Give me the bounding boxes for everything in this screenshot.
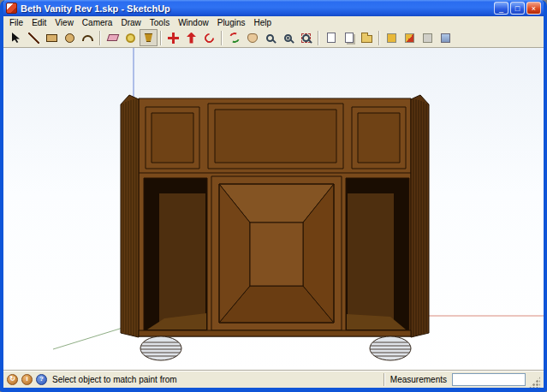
move-icon xyxy=(168,33,179,44)
maximize-button[interactable]: □ xyxy=(510,2,525,15)
toolbar xyxy=(3,28,544,48)
status-icon-1[interactable]: ↻ xyxy=(7,374,18,385)
zoom-tool[interactable] xyxy=(261,29,279,46)
window-controls: _ □ × xyxy=(494,2,541,15)
menu-view[interactable]: View xyxy=(51,17,78,28)
plugin-button-4[interactable] xyxy=(437,29,455,46)
left-opening[interactable] xyxy=(144,178,207,330)
plugin-button-2[interactable] xyxy=(401,29,419,46)
zoom-extents-tool[interactable] xyxy=(297,29,315,46)
toolbar-separator xyxy=(99,31,101,45)
paint-bucket-tool[interactable] xyxy=(140,29,158,46)
measurements-label: Measurements xyxy=(389,375,449,384)
left-foot[interactable] xyxy=(139,336,183,360)
rectangle-tool[interactable] xyxy=(43,29,61,46)
pan-icon xyxy=(247,33,258,43)
select-tool[interactable] xyxy=(7,29,25,46)
circle-tool[interactable] xyxy=(61,29,79,46)
push-pull-icon xyxy=(187,33,196,44)
push-pull-tool[interactable] xyxy=(182,29,200,46)
eraser-icon xyxy=(106,34,119,41)
right-opening[interactable] xyxy=(346,178,409,330)
line-icon xyxy=(28,33,39,44)
close-button[interactable]: × xyxy=(526,2,541,15)
move-tool[interactable] xyxy=(164,29,182,46)
center-door-panel[interactable] xyxy=(211,176,342,330)
rectangle-icon xyxy=(46,34,57,42)
plugin-button-4-icon xyxy=(441,33,450,43)
rotate-tool[interactable] xyxy=(200,29,218,46)
open-folder-icon xyxy=(361,35,372,43)
orbit-tool[interactable] xyxy=(225,29,243,46)
menu-help[interactable]: Help xyxy=(250,17,276,28)
orbit-icon xyxy=(228,31,241,44)
top-center-panel[interactable] xyxy=(208,104,343,169)
left-corner-post[interactable] xyxy=(121,95,139,337)
vanity-model[interactable] xyxy=(121,95,429,360)
window-title: Beth Vanity Rev 1.skp - SketchUp xyxy=(21,3,494,14)
status-divider xyxy=(383,373,385,386)
plugin-button-1[interactable] xyxy=(383,29,401,46)
status-icon-2[interactable]: i xyxy=(21,374,33,385)
status-hint-text: Select object to match paint from xyxy=(51,375,380,384)
menu-file[interactable]: File xyxy=(5,17,27,28)
rotate-icon xyxy=(203,31,217,45)
zoom-extents-icon xyxy=(302,34,310,42)
component-browser-icon xyxy=(345,33,354,43)
toolbar-separator xyxy=(160,31,162,45)
bottom-rail[interactable] xyxy=(139,330,411,336)
select-icon xyxy=(12,33,20,43)
component-browser-button[interactable] xyxy=(340,29,358,46)
plugin-button-2-icon xyxy=(405,33,414,43)
menu-edit[interactable]: Edit xyxy=(27,17,51,28)
title-bar[interactable]: Beth Vanity Rev 1.skp - SketchUp _ □ × xyxy=(3,0,544,16)
eraser-tool[interactable] xyxy=(104,29,122,46)
zoom-window-tool[interactable] xyxy=(279,29,297,46)
menu-window[interactable]: Window xyxy=(174,17,213,28)
menu-tools[interactable]: Tools xyxy=(146,17,174,28)
status-bar: ↻ i ? Select object to match paint from … xyxy=(3,370,544,388)
help-icon[interactable]: ? xyxy=(36,374,47,385)
menu-draw[interactable]: Draw xyxy=(116,17,145,28)
plugin-button-1-icon xyxy=(387,33,396,43)
right-foot[interactable] xyxy=(368,336,413,360)
top-right-panel[interactable] xyxy=(352,107,406,169)
menu-plugins[interactable]: Plugins xyxy=(213,17,250,28)
tape-measure-tool[interactable] xyxy=(122,29,140,46)
paint-bucket-icon xyxy=(144,33,153,42)
model-info-button[interactable] xyxy=(322,29,340,46)
model-info-icon xyxy=(327,33,336,43)
viewport[interactable] xyxy=(3,48,544,370)
line-tool[interactable] xyxy=(25,29,43,46)
minimize-button[interactable]: _ xyxy=(494,2,508,15)
circle-icon xyxy=(65,33,74,43)
right-corner-post[interactable] xyxy=(411,95,429,337)
arc-icon xyxy=(82,35,93,41)
plugin-button-3[interactable] xyxy=(419,29,437,46)
arc-tool[interactable] xyxy=(79,29,97,46)
toolbar-separator xyxy=(221,31,223,45)
toolbar-separator xyxy=(318,31,319,45)
sketchup-logo-icon xyxy=(6,3,17,14)
plugin-button-3-icon xyxy=(423,33,432,43)
sketchup-window: Beth Vanity Rev 1.skp - SketchUp _ □ × F… xyxy=(0,0,547,392)
top-left-panel[interactable] xyxy=(146,107,199,169)
resize-grip[interactable] xyxy=(529,377,540,388)
zoom-icon xyxy=(266,34,274,42)
open-folder-button[interactable] xyxy=(358,29,376,46)
toolbar-separator xyxy=(378,31,380,45)
zoom-window-icon xyxy=(284,34,292,42)
menu-bar: FileEditViewCameraDrawToolsWindowPlugins… xyxy=(3,16,544,28)
measurements-input[interactable] xyxy=(452,373,526,386)
pan-tool[interactable] xyxy=(243,29,261,46)
tape-measure-icon xyxy=(126,33,135,43)
model-canvas[interactable] xyxy=(3,48,544,370)
menu-camera[interactable]: Camera xyxy=(78,17,117,28)
